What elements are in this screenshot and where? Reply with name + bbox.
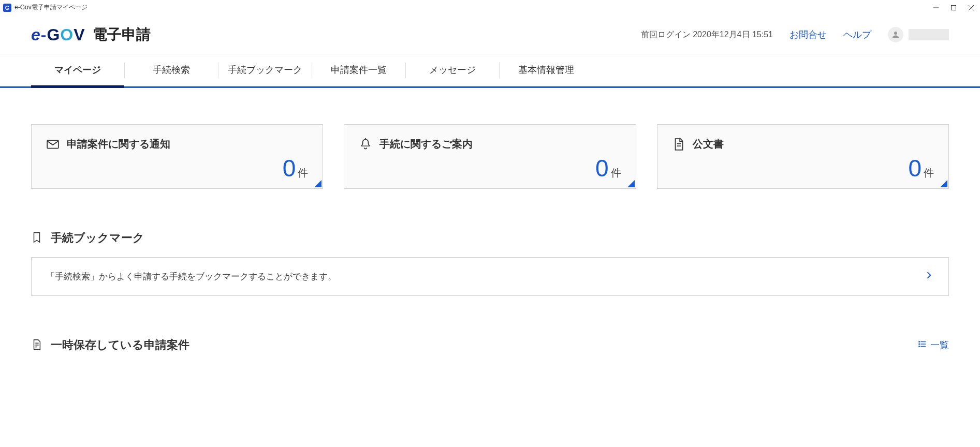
card-unit: 件: [611, 167, 621, 178]
window-title: e-Gov電子申請マイページ: [14, 3, 87, 12]
chevron-right-icon: [924, 270, 934, 283]
last-login-value: 2020年12月4日 15:51: [693, 30, 773, 39]
section-title: 手続ブックマーク: [51, 230, 144, 246]
nav-messages[interactable]: メッセージ: [406, 54, 499, 86]
card-documents[interactable]: 公文書 0件: [657, 124, 949, 189]
document-icon: [672, 138, 685, 151]
window-titlebar: G e-Gov電子申請マイページ: [0, 0, 980, 16]
bell-icon: [359, 138, 372, 151]
card-title: 手続に関するご案内: [379, 137, 473, 151]
contact-link[interactable]: お問合せ: [789, 28, 827, 41]
logo-text: 電子申請: [93, 25, 151, 44]
user-name: [909, 29, 949, 40]
card-title: 申請案件に関する通知: [67, 137, 170, 151]
svg-point-15: [919, 341, 920, 342]
card-count: 0: [595, 155, 609, 182]
window-close-button[interactable]: [968, 4, 975, 11]
card-title: 公文書: [693, 137, 724, 151]
logo[interactable]: e-GOV 電子申請: [31, 25, 151, 44]
svg-rect-5: [47, 140, 58, 148]
page-header: e-GOV 電子申請 前回ログイン 2020年12月4日 15:51 お問合せ …: [0, 16, 980, 54]
last-login-label: 前回ログイン: [641, 30, 691, 39]
list-icon: [918, 339, 927, 351]
svg-rect-1: [952, 5, 956, 10]
card-count: 0: [908, 155, 922, 182]
list-link[interactable]: 一覧: [918, 339, 949, 351]
last-login: 前回ログイン 2020年12月4日 15:51: [641, 29, 773, 40]
envelope-icon: [46, 138, 60, 151]
svg-point-4: [894, 32, 897, 35]
content: 申請案件に関する通知 0件 手続に関するご案内 0件: [0, 88, 980, 385]
resize-corner-icon: [627, 180, 635, 187]
resize-corner-icon: [940, 180, 947, 187]
document-lines-icon: [31, 339, 43, 351]
card-notices[interactable]: 申請案件に関する通知 0件: [31, 124, 323, 189]
main-nav: マイページ 手続検索 手続ブックマーク 申請案件一覧 メッセージ 基本情報管理: [0, 54, 980, 88]
nav-applications[interactable]: 申請案件一覧: [312, 54, 405, 86]
bookmark-hint: 「手続検索」からよく申請する手続をブックマークすることができます。: [46, 271, 337, 282]
card-unit: 件: [298, 167, 308, 178]
card-unit: 件: [924, 167, 934, 178]
nav-bookmark[interactable]: 手続ブックマーク: [218, 54, 312, 86]
window-maximize-button[interactable]: [950, 4, 957, 11]
bookmark-section: 手続ブックマーク 「手続検索」からよく申請する手続をブックマークすることができま…: [31, 230, 949, 296]
svg-point-17: [919, 346, 920, 347]
bookmark-hint-row[interactable]: 「手続検索」からよく申請する手続をブックマークすることができます。: [31, 257, 949, 296]
user-menu[interactable]: [888, 27, 949, 42]
card-count: 0: [283, 155, 296, 182]
bookmark-icon: [31, 232, 43, 244]
section-title: 一時保存している申請案件: [51, 337, 189, 353]
summary-cards: 申請案件に関する通知 0件 手続に関するご案内 0件: [31, 124, 949, 189]
nav-basic-info[interactable]: 基本情報管理: [500, 54, 593, 86]
resize-corner-icon: [314, 180, 321, 187]
avatar-icon: [888, 27, 903, 42]
nav-search[interactable]: 手続検索: [125, 54, 218, 86]
window-minimize-button[interactable]: [932, 4, 940, 11]
app-icon: G: [3, 4, 11, 12]
card-guides[interactable]: 手続に関するご案内 0件: [344, 124, 636, 189]
list-link-label: 一覧: [930, 339, 949, 351]
saved-section: 一時保存している申請案件 一覧: [31, 337, 949, 353]
help-link[interactable]: ヘルプ: [843, 28, 871, 41]
svg-point-16: [919, 344, 920, 345]
nav-mypage[interactable]: マイページ: [31, 54, 124, 88]
logo-mark: e-GOV: [31, 25, 85, 44]
